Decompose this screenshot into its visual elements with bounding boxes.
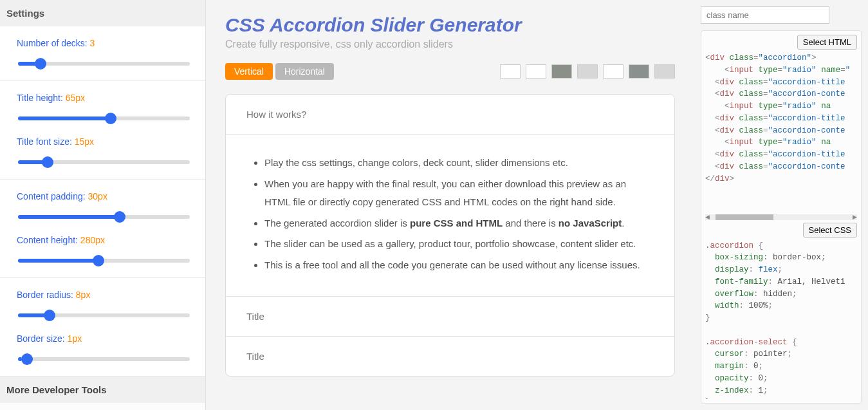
slider-label: Title font size: 15px: [17, 136, 189, 147]
slider-bordersize[interactable]: [18, 357, 190, 361]
color-swatch-1[interactable]: [526, 64, 546, 79]
select-css-button[interactable]: Select CSS: [803, 223, 857, 238]
orientation-vertical[interactable]: Vertical: [225, 63, 273, 80]
more-tools-header: More Developer Tools: [0, 377, 205, 403]
slider-label: Title height: 65px: [17, 93, 189, 103]
slider-label: Content padding: 30px: [17, 191, 189, 201]
select-html-button[interactable]: Select HTML: [797, 35, 857, 50]
content-bullet: The slider can be used as a gallery, pro…: [264, 235, 654, 254]
color-swatch-3[interactable]: [577, 64, 598, 79]
preview-panel: CSS Accordion Slider Generator Create fu…: [206, 0, 694, 410]
content-bullet: Play the css settings, change colors, de…: [264, 154, 654, 172]
color-swatch-0[interactable]: [500, 64, 521, 79]
color-swatch-4[interactable]: [603, 64, 623, 79]
accordion-title-3[interactable]: Title: [226, 337, 674, 376]
html-scrollbar[interactable]: ◀ ▶: [705, 214, 857, 220]
color-swatch-6[interactable]: [654, 64, 675, 79]
slider-label: Border size: 1px: [17, 333, 189, 344]
slider-titlefontsize[interactable]: [18, 160, 190, 164]
css-code[interactable]: .accordion { box-sizing: border-box; dis…: [705, 240, 857, 400]
color-swatches: [500, 64, 675, 79]
html-code[interactable]: <div class="accordion"> <input type="rad…: [705, 52, 857, 212]
color-swatch-2[interactable]: [551, 64, 572, 79]
settings-header: Settings: [0, 0, 205, 26]
slider-numberofdecks[interactable]: [18, 62, 190, 66]
orientation-horizontal[interactable]: Horizontal: [275, 63, 334, 80]
slider-contentheight[interactable]: [18, 259, 190, 263]
slider-titleheight[interactable]: [18, 116, 190, 120]
slider-label: Content height: 280px: [17, 235, 189, 245]
class-name-input[interactable]: [701, 6, 829, 24]
slider-label: Number of decks: 3: [17, 38, 189, 48]
accordion-title-1[interactable]: How it works?: [226, 95, 674, 135]
slider-contentpadding[interactable]: [18, 215, 190, 219]
html-code-card: Select HTML <div class="accordion"> <inp…: [701, 30, 862, 404]
slider-label: Border radius: 8px: [17, 290, 189, 300]
content-bullet: The generated accordion slider is pure C…: [264, 214, 654, 233]
code-panel: Select HTML <div class="accordion"> <inp…: [694, 0, 868, 410]
orientation-toggle: VerticalHorizontal: [225, 63, 337, 80]
accordion-preview: How it works? Play the css settings, cha…: [225, 94, 675, 377]
content-bullet: When you are happy with the final result…: [264, 175, 654, 212]
page-title: CSS Accordion Slider Generator: [225, 14, 675, 36]
slider-borderradius[interactable]: [18, 313, 190, 317]
settings-panel: Settings Number of decks: 3Title height:…: [0, 0, 206, 410]
content-bullet: This is a free tool and all the code you…: [264, 256, 654, 275]
accordion-title-2[interactable]: Title: [226, 297, 674, 337]
accordion-content-1: Play the css settings, change colors, de…: [226, 135, 674, 297]
color-swatch-5[interactable]: [629, 64, 649, 79]
page-subtitle: Create fully responsive, css only accord…: [225, 39, 675, 50]
